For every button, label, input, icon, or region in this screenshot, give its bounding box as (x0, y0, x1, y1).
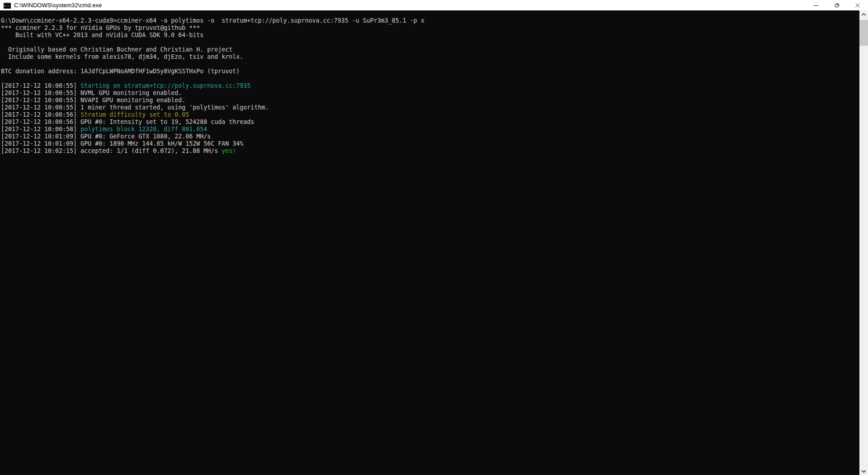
console-text-segment: [2017-12-12 10:00:58] (1, 126, 77, 133)
console-line (1, 39, 859, 46)
console-line: [2017-12-12 10:00:58] polytimos block 12… (1, 126, 859, 133)
console-line: [2017-12-12 10:00:55] NVML GPU monitorin… (1, 90, 859, 97)
vertical-scrollbar[interactable] (859, 10, 868, 475)
console-screen[interactable]: G:\Down\ccminer-x64-2.2.3-cuda9>ccminer-… (0, 10, 859, 475)
console-line (1, 61, 859, 68)
console-line: *** ccminer 2.2.3 for nVidia GPUs by tpr… (1, 24, 859, 32)
console-text-segment: Starting on stratum+tcp://poly.suprnova.… (77, 82, 250, 89)
console-text-segment: G:\Down\ccminer-x64-2.2.3-cuda9>ccminer-… (1, 17, 425, 24)
console-output: G:\Down\ccminer-x64-2.2.3-cuda9>ccminer-… (1, 17, 859, 155)
console-text-segment: [2017-12-12 10:00:56] (1, 111, 77, 118)
console-text-segment: [2017-12-12 10:00:56] GPU #0: Intensity … (1, 119, 254, 125)
console-line (1, 75, 859, 82)
console-text-segment: *** ccminer 2.2.3 for nVidia GPUs by tpr… (1, 24, 200, 31)
console-line: [2017-12-12 10:00:55] Starting on stratu… (1, 82, 859, 90)
close-button[interactable] (847, 0, 868, 10)
console-line: Built with VC++ 2013 and nVidia CUDA SDK… (1, 32, 859, 39)
console-line: G:\Down\ccminer-x64-2.2.3-cuda9>ccminer-… (1, 17, 859, 24)
scrollbar-thumb[interactable] (859, 20, 868, 46)
console-text-segment: [2017-12-12 10:01:09] GPU #0: 1890 MHz 1… (1, 140, 243, 147)
window-titlebar[interactable]: C:\. C:\WINDOWS\system32\cmd.exe (0, 0, 868, 10)
console-line: [2017-12-12 10:00:55] 1 miner thread sta… (1, 104, 859, 111)
console-text-segment: Stratum difficulty set to 0.05 (77, 111, 189, 118)
console-line: BTC donation address: 1AJdfCpLWPNoAMDfHF… (1, 68, 859, 75)
chevron-up-icon (862, 13, 866, 16)
console-line: [2017-12-12 10:01:09] GPU #0: GeForce GT… (1, 133, 859, 140)
console-line: Include some kernels from alexis78, djm3… (1, 53, 859, 61)
window-title: C:\WINDOWS\system32\cmd.exe (14, 2, 806, 9)
console-text-segment: Originally based on Christian Buchner an… (1, 46, 232, 53)
chevron-down-icon (862, 470, 866, 473)
console-text-segment: [2017-12-12 10:01:09] GPU #0: GeForce GT… (1, 133, 211, 140)
scroll-down-button[interactable] (859, 467, 868, 475)
console-text-segment: [2017-12-12 10:00:55] 1 miner thread sta… (1, 104, 269, 111)
console-text-segment: [2017-12-12 10:00:55] NVAPI GPU monitori… (1, 97, 185, 104)
console-line: [2017-12-12 10:00:56] Stratum difficulty… (1, 111, 859, 119)
restore-down-icon (835, 3, 840, 8)
console-line: [2017-12-12 10:02:15] accepted: 1/1 (dif… (1, 147, 859, 155)
window-controls (806, 0, 868, 10)
console-text-segment: [2017-12-12 10:00:55] NVML GPU monitorin… (1, 90, 182, 96)
console-line: Originally based on Christian Buchner an… (1, 46, 859, 53)
console-line: [2017-12-12 10:00:55] NVAPI GPU monitori… (1, 97, 859, 104)
console-text-segment: BTC donation address: 1AJdfCpLWPNoAMDfHF… (1, 68, 240, 75)
console-line: [2017-12-12 10:00:56] GPU #0: Intensity … (1, 119, 859, 126)
restore-button[interactable] (826, 0, 847, 10)
minimize-icon (814, 3, 818, 8)
close-icon (855, 3, 860, 8)
console-text-segment: Built with VC++ 2013 and nVidia CUDA SDK… (1, 32, 203, 38)
console-text-segment: Include some kernels from alexis78, djm3… (1, 53, 243, 60)
cmd-app-icon: C:\. (4, 2, 11, 9)
scroll-up-button[interactable] (859, 10, 868, 18)
console-text-segment: yes! (222, 147, 236, 154)
minimize-button[interactable] (806, 0, 826, 10)
console-text-segment: [2017-12-12 10:00:55] (1, 82, 77, 89)
console-text-segment: [2017-12-12 10:02:15] accepted: 1/1 (dif… (1, 147, 222, 154)
console-text-segment: polytimos block 12320, diff 801.054 (77, 126, 207, 133)
console-line: [2017-12-12 10:01:09] GPU #0: 1890 MHz 1… (1, 140, 859, 147)
